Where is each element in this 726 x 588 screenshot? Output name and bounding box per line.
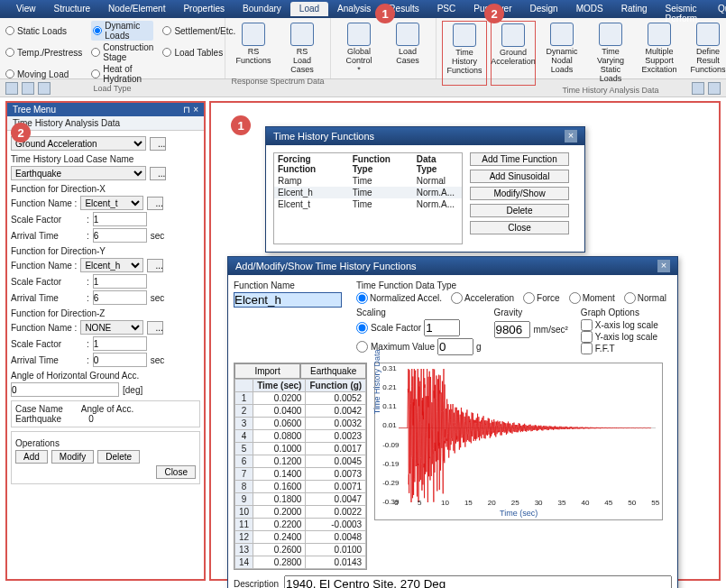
modify-button[interactable]: Modify	[51, 450, 94, 464]
ribbon-button[interactable]: GlobalControl*	[336, 21, 381, 77]
table-row[interactable]: 100.20000.0022	[235, 506, 366, 519]
load-type-radio[interactable]: Construction Stage	[91, 42, 153, 62]
load-type-radio[interactable]: Static Loads	[5, 21, 82, 41]
type-radio[interactable]: Acceleration	[451, 292, 514, 304]
menu-item[interactable]: Structure	[45, 2, 100, 16]
graph-opt-check[interactable]: Y-axis log scale	[581, 331, 658, 343]
import-button[interactable]: Import	[234, 363, 300, 379]
table-row[interactable]: 20.04000.0042	[235, 405, 366, 418]
type-radio[interactable]: Normal	[624, 292, 666, 304]
table-row[interactable]: 80.16000.0071	[235, 481, 366, 493]
scale-factor-input[interactable]	[93, 212, 147, 226]
ellipsis-button[interactable]: ...	[150, 137, 166, 151]
ribbon-button[interactable]: DynamicNodalLoads	[539, 21, 584, 86]
menu-item[interactable]: Design	[521, 2, 567, 16]
scale-factor-input[interactable]	[93, 336, 147, 351]
delete-button[interactable]: Delete	[97, 450, 140, 464]
ellipsis-button[interactable]: ...	[147, 197, 163, 210]
add-sinusoidal-button[interactable]: Add Sinusoidal	[470, 170, 569, 183]
modify-show-button[interactable]: Modify/Show	[470, 187, 569, 200]
table-row[interactable]: 110.2200-0.0003	[235, 519, 366, 531]
close-icon[interactable]: ×	[657, 260, 670, 272]
ellipsis-button[interactable]: ...	[150, 167, 166, 180]
ribbon-button[interactable]: GroundAcceleration	[491, 21, 536, 86]
table-row[interactable]: 60.12000.0045	[235, 455, 366, 468]
graph-opt-check[interactable]: F.F.T	[581, 343, 658, 354]
unit: mm/sec²	[534, 325, 568, 335]
menu-item[interactable]: Analysis	[328, 2, 380, 16]
function-list[interactable]: Forcing FunctionFunction TypeData TypeRa…	[273, 152, 463, 244]
fn-select[interactable]: NONE	[80, 320, 143, 335]
close-button[interactable]: Close	[156, 465, 196, 479]
type-radio[interactable]: Normalized Accel.	[356, 292, 442, 304]
main-category-select[interactable]: Ground Acceleration	[11, 136, 146, 151]
scale-factor-input[interactable]	[424, 319, 460, 336]
table-row[interactable]: 90.18000.0047	[235, 493, 366, 506]
type-radio[interactable]: Force	[523, 292, 560, 304]
arrival-input[interactable]	[93, 353, 147, 367]
arrival-input[interactable]	[93, 228, 147, 243]
qt-icon[interactable]	[22, 82, 34, 95]
table-row[interactable]: 40.08000.0023	[235, 430, 366, 443]
list-row[interactable]: Elcent_hTimeNorm.A...	[274, 187, 462, 198]
close-button[interactable]: Close	[470, 221, 569, 234]
gravity-input[interactable]	[494, 321, 530, 338]
ellipsis-button[interactable]: ...	[147, 259, 163, 272]
load-type-radio[interactable]: Heat of Hydration	[91, 64, 153, 84]
earthquake-button[interactable]: Earthquake	[300, 363, 366, 379]
close-icon[interactable]: ×	[565, 130, 577, 142]
tree-tab[interactable]: Time History Analysis Data	[7, 116, 204, 131]
menu-item[interactable]: View	[7, 2, 45, 16]
menu-item[interactable]: Load	[290, 2, 328, 16]
menu-item[interactable]: PSC	[428, 2, 465, 16]
qt-icon[interactable]	[5, 82, 18, 95]
load-case-select[interactable]: Earthquake	[11, 166, 146, 180]
table-row[interactable]: 30.06000.0032	[235, 418, 366, 430]
pin-icon[interactable]: ⊓ ×	[183, 105, 198, 115]
table-row[interactable]: 140.28000.0143	[235, 556, 366, 569]
ribbon-button[interactable]: RSLoadCases	[280, 21, 325, 77]
table-row[interactable]: 70.14000.0073	[235, 468, 366, 481]
ribbon-button[interactable]: LoadCases	[385, 21, 430, 77]
graph-opt-check[interactable]: X-axis log scale	[581, 319, 658, 331]
table-row[interactable]: 120.24000.0048	[235, 531, 366, 544]
angle-input[interactable]	[11, 382, 119, 397]
menu-item[interactable]: Rating	[612, 2, 657, 16]
scale-factor-input[interactable]	[93, 274, 147, 289]
add-button[interactable]: Add	[15, 450, 48, 464]
menu-item[interactable]: Node/Element	[99, 2, 174, 16]
menu-item[interactable]: Seismic Perform.	[657, 2, 709, 16]
cell: Earthquake	[15, 414, 61, 424]
menu-item[interactable]: MODS	[567, 2, 612, 16]
ribbon-button[interactable]: MultipleSupportExcitation	[637, 21, 682, 86]
fn-name-label: Function Name	[234, 280, 347, 290]
load-type-radio[interactable]: Temp./Prestress	[5, 42, 82, 62]
ellipsis-button[interactable]: ...	[147, 321, 163, 335]
qt-icon[interactable]	[38, 82, 51, 95]
menu-item[interactable]: Boundary	[234, 2, 290, 16]
load-type-radio[interactable]: Dynamic Loads	[91, 21, 153, 41]
menu-item[interactable]: Properties	[174, 2, 234, 16]
ribbon-button[interactable]: TimeHistoryFunctions	[442, 21, 487, 86]
fn-name-input[interactable]	[234, 292, 342, 308]
type-radio[interactable]: Moment	[569, 292, 615, 304]
max-value-radio[interactable]	[356, 341, 368, 353]
max-value-input[interactable]	[437, 338, 473, 355]
scale-factor-radio[interactable]	[356, 322, 368, 334]
ribbon-button[interactable]: DefineResultFunctions	[685, 21, 726, 86]
canvas-area: Time History Functions× Forcing Function…	[209, 101, 721, 581]
table-row[interactable]: 10.02000.0052	[235, 392, 366, 405]
arrival-input[interactable]	[93, 290, 147, 305]
ribbon-button[interactable]: RSFunctions	[231, 21, 276, 77]
table-row[interactable]: 130.26000.0100	[235, 544, 366, 556]
desc-input[interactable]	[284, 575, 672, 588]
fn-select[interactable]: Elcent_t	[80, 196, 143, 210]
list-row[interactable]: Elcent_tTimeNorm.A...	[274, 198, 462, 210]
table-row[interactable]: 50.10000.0017	[235, 443, 366, 455]
ribbon-button[interactable]: TimeVaryingStaticLoads	[588, 21, 633, 86]
delete-button[interactable]: Delete	[470, 204, 569, 217]
menu-item[interactable]: Query	[709, 2, 726, 16]
add-time-function-button[interactable]: Add Time Function	[470, 152, 569, 166]
list-row[interactable]: RampTimeNormal	[274, 175, 462, 187]
fn-select[interactable]: Elcent_h	[80, 258, 143, 272]
